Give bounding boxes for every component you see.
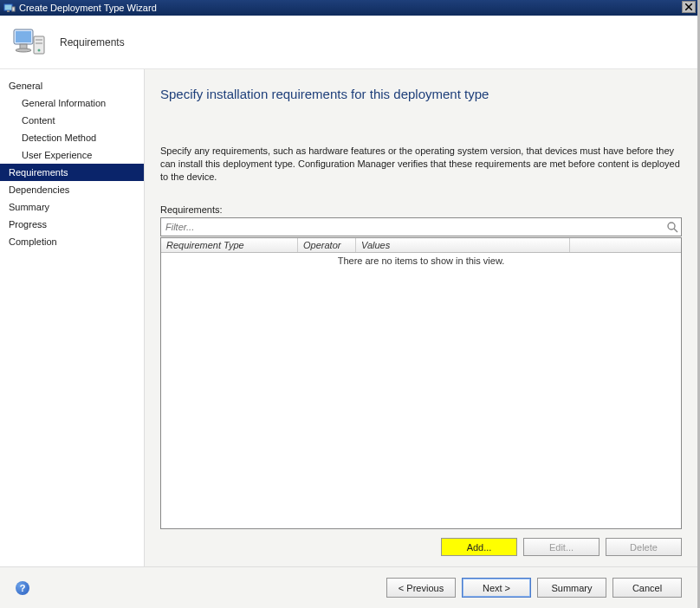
sidebar-item-general[interactable]: General	[0, 77, 144, 94]
main-panel: Specify installation requirements for th…	[145, 69, 697, 566]
grid-actions: Add... Edit... Delete	[160, 538, 682, 556]
requirements-label: Requirements:	[160, 204, 682, 215]
computer-icon	[11, 24, 48, 61]
footer: ? < Previous Next > Summary Cancel	[0, 566, 697, 608]
search-icon[interactable]	[664, 221, 681, 233]
delete-button: Delete	[606, 538, 682, 556]
svg-rect-2	[12, 7, 15, 11]
main-description: Specify any requirements, such as hardwa…	[160, 145, 682, 184]
grid-header: Requirement Type Operator Values	[161, 238, 681, 253]
body: General General Information Content Dete…	[0, 69, 697, 566]
svg-rect-8	[36, 39, 42, 41]
help-icon[interactable]: ?	[16, 581, 29, 595]
sidebar-item-completion[interactable]: Completion	[0, 233, 144, 250]
summary-button[interactable]: Summary	[537, 578, 606, 598]
cancel-button[interactable]: Cancel	[612, 578, 682, 598]
titlebar: Create Deployment Type Wizard	[0, 0, 697, 16]
svg-rect-9	[36, 42, 42, 44]
app-icon	[3, 2, 16, 14]
sidebar-item-user-experience[interactable]: User Experience	[0, 146, 144, 164]
svg-point-10	[38, 49, 41, 51]
previous-button[interactable]: < Previous	[386, 578, 456, 598]
add-button[interactable]: Add...	[441, 538, 517, 556]
sidebar-item-dependencies[interactable]: Dependencies	[0, 181, 144, 198]
window-title: Create Deployment Type Wizard	[19, 3, 157, 13]
svg-rect-0	[4, 4, 12, 10]
requirements-grid: Requirement Type Operator Values There a…	[160, 237, 682, 529]
main-heading: Specify installation requirements for th…	[160, 87, 682, 101]
col-values[interactable]: Values	[356, 238, 570, 252]
col-operator[interactable]: Operator	[298, 238, 356, 252]
svg-point-11	[668, 223, 675, 230]
svg-line-12	[674, 229, 677, 232]
svg-point-6	[16, 49, 31, 52]
col-requirement-type[interactable]: Requirement Type	[161, 238, 298, 252]
col-spare	[570, 238, 681, 252]
filter-row	[160, 217, 682, 236]
sidebar-item-detection-method[interactable]: Detection Method	[0, 129, 144, 146]
sidebar-item-progress[interactable]: Progress	[0, 216, 144, 233]
sidebar-item-general-information[interactable]: General Information	[0, 94, 144, 112]
svg-rect-1	[7, 10, 10, 12]
header-banner: Requirements	[0, 16, 697, 69]
sidebar-item-summary[interactable]: Summary	[0, 198, 144, 216]
filter-input[interactable]	[161, 220, 664, 234]
sidebar: General General Information Content Dete…	[0, 69, 145, 566]
grid-empty-message: There are no items to show in this view.	[161, 253, 681, 528]
sidebar-item-requirements[interactable]: Requirements	[0, 164, 144, 181]
sidebar-item-content[interactable]: Content	[0, 112, 144, 129]
page-title: Requirements	[60, 36, 125, 49]
wizard-window: Create Deployment Type Wizard Requiremen…	[0, 0, 700, 608]
close-button[interactable]	[682, 1, 696, 13]
edit-button: Edit...	[523, 538, 600, 556]
next-button[interactable]: Next >	[462, 578, 531, 598]
svg-rect-4	[16, 31, 31, 42]
